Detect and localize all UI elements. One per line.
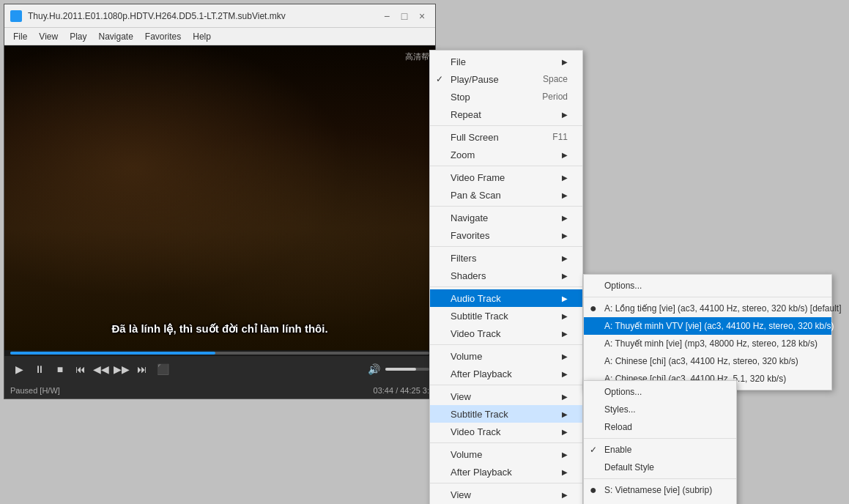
sep5 <box>430 286 582 287</box>
sub-default-style-item[interactable]: Default Style <box>584 459 736 476</box>
menu-item-stop[interactable]: Stop Period <box>430 88 582 105</box>
after-playback-2-arrow: ▶ <box>562 468 568 476</box>
menu-item-repeat[interactable]: Repeat ▶ <box>430 105 582 123</box>
menu-item-fullscreen[interactable]: Full Screen F11 <box>430 128 582 146</box>
menu-item-video-track-2[interactable]: Video Track ▶ <box>430 423 582 440</box>
controls-bar: ▶ ⏸ ■ ⏮ ◀◀ ▶▶ ⏭ ⬛ 🔊 <box>4 356 435 382</box>
video-track-1-arrow: ▶ <box>562 330 568 338</box>
audio-options-label: Options... <box>604 281 642 291</box>
stop-label: Stop <box>451 92 470 103</box>
menu-item-volume-1[interactable]: Volume ▶ <box>430 347 582 365</box>
menu-item-video-track-1[interactable]: Video Track ▶ <box>430 325 582 342</box>
next-button[interactable]: ▶▶ <box>113 360 130 378</box>
sub-options-label: Options... <box>604 387 642 397</box>
menu-favorites[interactable]: Favorites <box>139 30 187 43</box>
sub-none-item[interactable]: S: No subtitles <box>584 499 736 504</box>
progress-fill <box>10 352 215 355</box>
volume-1-arrow: ▶ <box>562 352 568 360</box>
volume-2-label: Volume <box>451 449 482 460</box>
menu-item-pan-scan[interactable]: Pan & Scan ▶ <box>430 186 582 204</box>
zoom-arrow: ▶ <box>562 151 568 159</box>
stop-button[interactable]: ■ <box>51 360 69 378</box>
sub-sep2 <box>584 478 736 479</box>
progress-bar[interactable] <box>10 352 429 355</box>
sub-enable-check: ✓ <box>590 445 597 455</box>
sub-enable-label: Enable <box>604 445 631 455</box>
audio-track-3-label: A: Thuyết minh [vie] (mp3, 48000 Hz, ste… <box>604 338 818 349</box>
sub-viet-label: S: Vietnamese [vie] (subrip) <box>604 485 712 495</box>
menu-help[interactable]: Help <box>187 30 217 43</box>
shaders-arrow: ▶ <box>562 272 568 280</box>
menu-item-video-frame[interactable]: Video Frame ▶ <box>430 168 582 186</box>
menu-item-favorites[interactable]: Favorites ▶ <box>430 226 582 244</box>
sub-enable-item[interactable]: ✓ Enable <box>584 441 736 459</box>
sub-options-item[interactable]: Options... <box>584 383 736 401</box>
audio-track-submenu: Options... ● A: Lồng tiếng [vie] (ac3, 4… <box>583 274 832 390</box>
sep6 <box>430 344 582 345</box>
menu-item-view-1[interactable]: View ▶ <box>430 388 582 405</box>
audio-track-1-label: A: Lồng tiếng [vie] (ac3, 44100 Hz, ster… <box>604 303 842 314</box>
prev-button[interactable]: ◀◀ <box>92 360 110 378</box>
sep4 <box>430 246 582 247</box>
menu-item-subtitle-track-1[interactable]: Subtitle Track ▶ <box>430 307 582 325</box>
menu-item-volume-2[interactable]: Volume ▶ <box>430 445 582 463</box>
menu-item-file[interactable]: File ▶ <box>430 53 582 70</box>
play-button[interactable]: ▶ <box>10 360 28 378</box>
view-2-label: View <box>451 489 471 500</box>
playpause-check: ✓ <box>436 74 443 84</box>
menu-item-zoom[interactable]: Zoom ▶ <box>430 146 582 163</box>
minimize-button[interactable]: − <box>379 9 394 23</box>
audio-track-4-label: A: Chinese [chi] (ac3, 44100 Hz, stereo,… <box>604 356 798 366</box>
navigate-label: Navigate <box>451 212 488 223</box>
sub-viet-item[interactable]: ● S: Vietnamese [vie] (subrip) <box>584 481 736 499</box>
title-bar: Thuy.Hu.2011.E01.1080p.HDTV.H264.DD5.1-L… <box>4 4 435 28</box>
window-title: Thuy.Hu.2011.E01.1080p.HDTV.H264.DD5.1-L… <box>28 11 374 21</box>
volume-icon[interactable]: 🔊 <box>365 360 382 378</box>
menu-item-audio-track[interactable]: Audio Track ▶ <box>430 289 582 307</box>
audio-track-1-item[interactable]: ● A: Lồng tiếng [vie] (ac3, 44100 Hz, st… <box>584 300 831 317</box>
audio-options-item[interactable]: Options... <box>584 277 831 294</box>
video-area[interactable]: 高清帮 Đã là lính lệ, thì suốt đời chỉ làm … <box>4 45 435 350</box>
repeat-label: Repeat <box>451 109 481 120</box>
menu-view[interactable]: View <box>33 30 64 43</box>
sub-reload-item[interactable]: Reload <box>584 418 736 436</box>
progress-area[interactable] <box>4 350 435 356</box>
menu-item-navigate[interactable]: Navigate ▶ <box>430 209 582 226</box>
menu-item-after-playback-1[interactable]: After Playback ▶ <box>430 365 582 382</box>
menu-item-filters[interactable]: Filters ▶ <box>430 249 582 267</box>
close-button[interactable]: × <box>415 9 429 23</box>
menu-play[interactable]: Play <box>64 30 92 43</box>
menu-item-subtitle-track-2[interactable]: Subtitle Track ▶ <box>430 405 582 423</box>
video-track-1-label: Video Track <box>451 328 500 339</box>
volume-2-arrow: ▶ <box>562 451 568 459</box>
video-track-2-arrow: ▶ <box>562 428 568 436</box>
window-controls: − □ × <box>379 9 429 23</box>
menu-item-after-playback-2[interactable]: After Playback ▶ <box>430 463 582 481</box>
maximize-button[interactable]: □ <box>397 9 412 23</box>
audio-track-4-item[interactable]: A: Chinese [chi] (ac3, 44100 Hz, stereo,… <box>584 352 831 370</box>
menu-item-view-2[interactable]: View ▶ <box>430 486 582 503</box>
volume-bar[interactable] <box>385 368 429 371</box>
stop-shortcut: Period <box>542 92 568 102</box>
sub-styles-item[interactable]: Styles... <box>584 401 736 418</box>
menu-item-shaders[interactable]: Shaders ▶ <box>430 267 582 284</box>
menu-item-playpause[interactable]: ✓ Play/Pause Space <box>430 70 582 88</box>
sep3 <box>430 206 582 207</box>
menu-navigate[interactable]: Navigate <box>92 30 138 43</box>
sub-styles-label: Styles... <box>604 404 636 415</box>
audio-track-2-label: A: Thuyết minh VTV [vie] (ac3, 44100 Hz,… <box>604 321 834 331</box>
subtitle-track-1-label: Subtitle Track <box>451 311 508 322</box>
view-1-arrow: ▶ <box>562 393 568 401</box>
filters-arrow: ▶ <box>562 254 568 262</box>
audio-track-2-item[interactable]: A: Thuyết minh VTV [vie] (ac3, 44100 Hz,… <box>584 317 831 335</box>
view-1-label: View <box>451 391 471 402</box>
prev-track-button[interactable]: ⏮ <box>72 360 89 378</box>
pause-button[interactable]: ⏸ <box>31 360 48 378</box>
pan-scan-label: Pan & Scan <box>451 190 501 201</box>
menu-file[interactable]: File <box>7 30 33 43</box>
next-track-button[interactable]: ⏭ <box>133 360 151 378</box>
audio-track-3-item[interactable]: A: Thuyết minh [vie] (mp3, 48000 Hz, ste… <box>584 335 831 352</box>
extra-button[interactable]: ⬛ <box>154 360 171 378</box>
audio-sep1 <box>584 297 831 297</box>
subtitle-track-2-label: Subtitle Track <box>451 409 508 420</box>
